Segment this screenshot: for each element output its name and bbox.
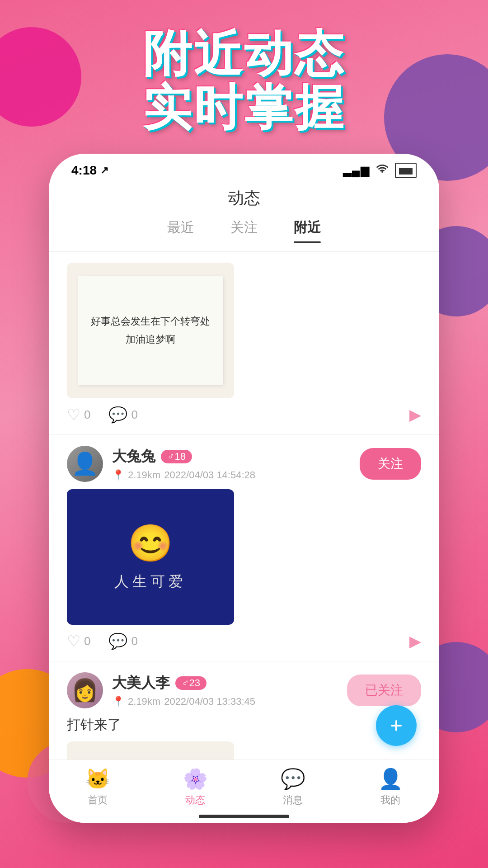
note-image: 好事总会发生在下个转弯处 加油追梦啊 bbox=[67, 263, 234, 398]
like-count-2: 0 bbox=[84, 634, 90, 648]
location-icon-3: 📍 bbox=[112, 696, 124, 708]
home-indicator bbox=[199, 815, 289, 818]
comment-count-2: 0 bbox=[131, 634, 137, 648]
status-icons: ▂▄▆ bbox=[343, 163, 417, 178]
nav-item-feed[interactable]: 🌸 动态 bbox=[183, 767, 208, 807]
feed-icon: 🌸 bbox=[183, 767, 208, 791]
tab-recent[interactable]: 最近 bbox=[167, 218, 194, 242]
time-display: 4:18 bbox=[71, 163, 97, 178]
comment-button-2[interactable]: 💬 0 bbox=[108, 632, 137, 650]
nav-item-profile[interactable]: 👤 我的 bbox=[378, 767, 403, 807]
post-text-3: 打针来了 bbox=[67, 716, 421, 734]
note-text-line2: 加油追梦啊 bbox=[91, 330, 210, 349]
username-2: 大兔兔 ♂ 18 bbox=[112, 447, 360, 467]
post-header-2: 👤 大兔兔 ♂ 18 📍 2.19km 2022/04/03 14:54:28 bbox=[67, 446, 421, 482]
messages-icon: 💬 bbox=[281, 767, 305, 791]
video-icon-1[interactable]: ▶ bbox=[409, 406, 421, 424]
like-count-1: 0 bbox=[84, 408, 90, 422]
gender-badge-3: ♂ 23 bbox=[175, 676, 206, 690]
video-icon-2[interactable]: ▶ bbox=[409, 632, 421, 650]
home-icon: 🐱 bbox=[85, 767, 110, 791]
follow-button-2[interactable]: 关注 bbox=[360, 448, 421, 480]
post-actions-2: ♡ 0 💬 0 ▶ bbox=[67, 632, 421, 650]
nav-label-feed: 动态 bbox=[185, 793, 205, 807]
tab-follow[interactable]: 关注 bbox=[230, 218, 258, 242]
post-header-3: 👩 大美人李 ♂ 23 📍 2.19km 2022/04/03 13:33:45 bbox=[67, 672, 421, 708]
status-bar: 4:18 ↗ ▂▄▆ bbox=[49, 154, 439, 183]
gender-badge-2: ♂ 18 bbox=[161, 450, 192, 463]
avatar-2[interactable]: 👤 bbox=[67, 446, 103, 482]
smiley-image: 😊 人生可爱 bbox=[67, 489, 234, 625]
status-time: 4:18 ↗ bbox=[71, 163, 108, 178]
signal-icon: ▂▄▆ bbox=[343, 164, 370, 177]
heart-icon-1: ♡ bbox=[67, 406, 80, 424]
bottom-navigation: 🐱 首页 🌸 动态 💬 消息 👤 我的 bbox=[49, 760, 439, 823]
header-line2: 实时掌握 bbox=[0, 81, 488, 135]
post-image-1: 好事总会发生在下个转弯处 加油追梦啊 bbox=[67, 263, 234, 398]
profile-icon: 👤 bbox=[378, 767, 403, 791]
nav-label-messages: 消息 bbox=[283, 793, 303, 807]
follow-button-3[interactable]: 已关注 bbox=[347, 675, 421, 706]
promo-header: 附近动态 实时掌握 bbox=[0, 27, 488, 135]
user-info-2: 大兔兔 ♂ 18 📍 2.19km 2022/04/03 14:54:28 bbox=[112, 447, 360, 481]
note-text-line1: 好事总会发生在下个转弯处 bbox=[91, 312, 210, 330]
user-info-3: 大美人李 ♂ 23 📍 2.19km 2022/04/03 13:33:45 bbox=[112, 673, 347, 708]
app-title: 动态 bbox=[49, 183, 439, 218]
tab-nearby[interactable]: 附近 bbox=[294, 218, 321, 242]
heart-icon-2: ♡ bbox=[67, 632, 80, 650]
comment-icon-1: 💬 bbox=[108, 406, 127, 424]
comment-button-1[interactable]: 💬 0 bbox=[108, 406, 137, 424]
smiley-text: 人生可爱 bbox=[114, 572, 187, 592]
smiley-emoji: 😊 bbox=[128, 522, 173, 565]
battery-icon bbox=[395, 163, 417, 178]
username-3: 大美人李 ♂ 23 bbox=[112, 673, 347, 693]
post-item-1: 好事总会发生在下个转弯处 加油追梦啊 ♡ 0 💬 0 ▶ bbox=[49, 252, 439, 435]
wifi-icon bbox=[375, 163, 389, 178]
post-meta-2: 📍 2.19km 2022/04/03 14:54:28 bbox=[112, 469, 360, 481]
nav-label-profile: 我的 bbox=[380, 793, 400, 807]
note-paper: 好事总会发生在下个转弯处 加油追梦啊 bbox=[78, 276, 223, 385]
post-image-2: 😊 人生可爱 bbox=[67, 489, 234, 625]
comment-count-1: 0 bbox=[131, 408, 137, 422]
post-meta-3: 📍 2.19km 2022/04/03 13:33:45 bbox=[112, 696, 347, 708]
nav-label-home: 首页 bbox=[88, 793, 108, 807]
fab-compose-button[interactable] bbox=[376, 705, 417, 746]
like-button-2[interactable]: ♡ 0 bbox=[67, 632, 90, 650]
svg-rect-1 bbox=[395, 720, 397, 731]
post-actions-1: ♡ 0 💬 0 ▶ bbox=[67, 406, 421, 424]
phone-mockup: 4:18 ↗ ▂▄▆ 动态 最近 关注 附近 好 bbox=[49, 154, 439, 823]
comment-icon-2: 💬 bbox=[108, 632, 127, 650]
nav-item-home[interactable]: 🐱 首页 bbox=[85, 767, 110, 807]
location-arrow-icon: ↗ bbox=[100, 165, 108, 176]
tabs-container: 最近 关注 附近 bbox=[49, 218, 439, 252]
like-button-1[interactable]: ♡ 0 bbox=[67, 406, 90, 424]
avatar-3[interactable]: 👩 bbox=[67, 672, 103, 708]
nav-item-messages[interactable]: 💬 消息 bbox=[281, 767, 305, 807]
header-line1: 附近动态 bbox=[0, 27, 488, 81]
location-icon-2: 📍 bbox=[112, 469, 124, 481]
post-item-2: 👤 大兔兔 ♂ 18 📍 2.19km 2022/04/03 14:54:28 bbox=[49, 435, 439, 661]
